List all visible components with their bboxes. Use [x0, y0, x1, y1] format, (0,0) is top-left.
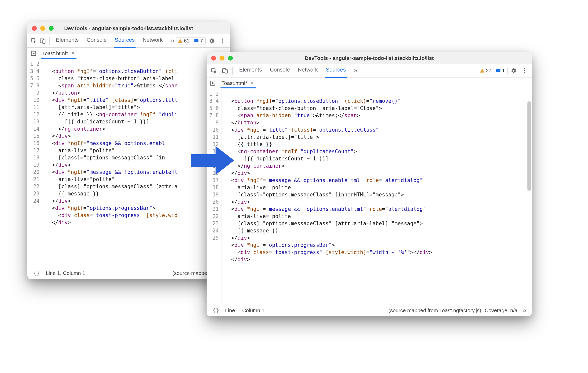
status-bar: {} Line 1, Column 1 (source mapped from … [207, 304, 532, 316]
file-tab-toast[interactable]: Toast.html* × [39, 49, 78, 58]
tab-sources[interactable]: Sources [325, 64, 346, 77]
zoom-window-button[interactable] [49, 26, 54, 31]
line-gutter: 1 2 3 4 5 6 7 8 9 10 11 12 13 14 15 16 1… [27, 59, 42, 267]
tab-sources[interactable]: Sources [114, 34, 135, 47]
titlebar[interactable]: DevTools - angular-sample-todo-list.stac… [207, 52, 532, 64]
file-tab-label: Toast.html* [221, 80, 247, 86]
cursor-position: Line 1, Column 1 [225, 307, 265, 313]
tab-overflow[interactable]: » [170, 34, 175, 47]
coverage-label: Coverage: n/a [485, 307, 517, 313]
separator [232, 67, 233, 75]
svg-point-12 [524, 68, 525, 69]
main-toolbar: Elements Console Network Sources » 27 1 [207, 64, 532, 77]
tab-elements[interactable]: Elements [55, 34, 79, 47]
separator [49, 37, 50, 45]
svg-point-5 [222, 40, 223, 41]
minimize-window-button[interactable] [220, 56, 224, 61]
warnings-badge[interactable]: 27 [478, 67, 494, 74]
device-toolbar-icon[interactable] [220, 66, 230, 76]
minimize-window-button[interactable] [40, 26, 45, 31]
svg-rect-11 [496, 69, 501, 72]
pretty-print-icon[interactable]: {} [31, 270, 42, 276]
file-tab-toast[interactable]: Toast.html* × [219, 79, 258, 88]
show-navigator-icon[interactable] [29, 48, 38, 58]
messages-badge[interactable]: 1 [494, 67, 507, 74]
tab-elements[interactable]: Elements [239, 64, 262, 77]
svg-rect-3 [194, 39, 199, 42]
code-content[interactable]: <button *ngIf="options.closeButton" (cli… [221, 89, 532, 304]
show-navigator-icon[interactable] [209, 78, 217, 88]
zoom-window-button[interactable] [228, 56, 233, 61]
code-editor[interactable]: 1 2 3 4 5 6 7 8 9 10 11 12 13 14 15 16 1… [207, 89, 532, 304]
traffic-lights [211, 56, 233, 61]
status-bar: {} Line 1, Column 1 (source mapped from … [27, 267, 230, 279]
tab-console[interactable]: Console [269, 64, 291, 77]
pretty-print-icon[interactable]: {} [210, 307, 222, 313]
file-tabbar: Toast.html* × [27, 48, 230, 59]
settings-gear-icon[interactable] [207, 36, 217, 46]
titlebar[interactable]: DevTools - angular-sample-todo-list.stac… [27, 22, 230, 34]
svg-point-14 [524, 72, 525, 73]
svg-point-4 [222, 38, 223, 39]
panel-tabs: Elements Console Network Sources » [239, 64, 358, 77]
settings-gear-icon[interactable] [509, 66, 518, 76]
traffic-lights [32, 26, 54, 31]
source-mapped-label: (source mapped from Toast.ngfactory.js) [388, 307, 481, 313]
file-tab-label: Toast.html* [42, 50, 68, 56]
window-title: DevTools - angular-sample-todo-list.stac… [27, 25, 230, 31]
main-toolbar: Elements Console Sources Network » 61 7 [27, 34, 230, 48]
svg-rect-2 [43, 40, 45, 43]
device-toolbar-icon[interactable] [39, 36, 47, 46]
close-window-button[interactable] [32, 26, 37, 31]
transition-arrow-icon [188, 143, 235, 178]
svg-rect-10 [225, 70, 227, 73]
panel-tabs: Elements Console Sources Network » [55, 34, 175, 47]
window-title: DevTools - angular-sample-todo-list.stac… [207, 55, 532, 61]
tab-overflow[interactable]: » [353, 64, 358, 77]
devtools-window-right: DevTools - angular-sample-todo-list.stac… [207, 52, 532, 316]
kebab-menu-icon[interactable] [218, 36, 227, 46]
line-gutter: 1 2 3 4 5 6 7 8 9 10 11 12 13 14 15 16 1… [207, 89, 221, 304]
tab-network[interactable]: Network [142, 34, 163, 47]
file-tabbar: Toast.html* × [207, 77, 532, 89]
cursor-position: Line 1, Column 1 [46, 270, 85, 276]
close-tab-icon[interactable]: × [71, 50, 75, 56]
collapse-drawer-icon[interactable] [521, 307, 528, 314]
close-tab-icon[interactable]: × [250, 80, 255, 86]
inspect-element-icon[interactable] [209, 66, 219, 76]
source-map-link[interactable]: Toast.ngfactory.js [439, 307, 479, 313]
issues-badges[interactable]: 61 7 [176, 37, 206, 44]
kebab-menu-icon[interactable] [519, 66, 529, 76]
messages-badge[interactable]: 7 [192, 37, 205, 44]
tab-network[interactable]: Network [297, 64, 318, 77]
vertical-scrollbar[interactable] [527, 101, 531, 191]
inspect-element-icon[interactable] [30, 36, 38, 46]
svg-point-6 [222, 42, 223, 43]
warnings-badge[interactable]: 61 [176, 37, 192, 44]
close-window-button[interactable] [211, 56, 216, 61]
tab-console[interactable]: Console [86, 34, 107, 47]
svg-point-13 [524, 70, 525, 71]
issues-badges[interactable]: 27 1 [478, 67, 508, 74]
